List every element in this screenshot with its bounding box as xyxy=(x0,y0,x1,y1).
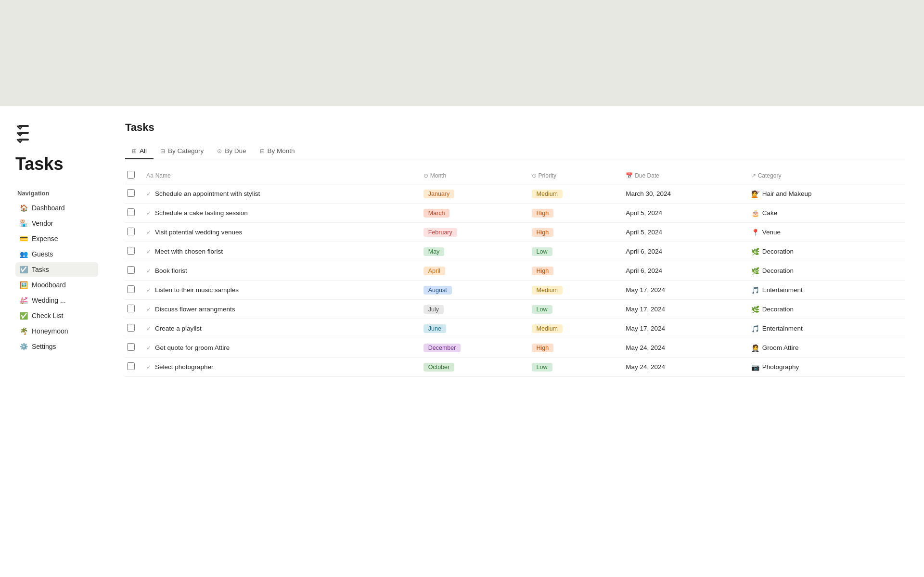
row-checkbox-cell xyxy=(125,358,141,377)
sidebar-item-vendor[interactable]: 🏪 Vendor xyxy=(15,216,98,231)
check-icon: ✓ xyxy=(146,306,151,313)
task-priority-cell: High xyxy=(526,204,620,223)
task-name-cell: ✓ Create a playlist xyxy=(141,319,418,338)
task-priority-cell: Low xyxy=(526,358,620,377)
table-row: ✓ Meet with chosen florist May Low April… xyxy=(125,242,905,261)
due-date-value: May 24, 2024 xyxy=(626,344,665,351)
due-date-value: April 6, 2024 xyxy=(626,267,662,274)
task-checkbox[interactable] xyxy=(127,208,135,216)
sidebar-item-guests[interactable]: 👥 Guests xyxy=(15,247,98,261)
check-icon: ✓ xyxy=(146,287,151,294)
task-due-date-cell: April 5, 2024 xyxy=(620,204,745,223)
tab-by-category[interactable]: ⊟ By Category xyxy=(154,143,210,159)
task-month-cell: June xyxy=(418,319,526,338)
category-icon: 📷 xyxy=(751,363,759,371)
priority-badge: Low xyxy=(532,247,552,256)
task-category-cell: 🌿 Decoration xyxy=(745,300,905,319)
sidebar-item-dashboard[interactable]: 🏠 Dashboard xyxy=(15,201,98,215)
task-checkbox[interactable] xyxy=(127,362,135,370)
task-checkbox[interactable] xyxy=(127,324,135,332)
svg-rect-0 xyxy=(18,125,29,127)
tab-all[interactable]: ⊞ All xyxy=(125,143,154,159)
month-badge: February xyxy=(424,228,457,237)
tabs-row: ⊞ All ⊟ By Category ⊙ By Due ⊟ By Month xyxy=(125,143,905,159)
priority-badge: High xyxy=(532,267,554,275)
category-icon: 🌿 xyxy=(751,248,759,256)
sidebar-item-label: Honeymoon xyxy=(32,327,68,335)
priority-badge: Low xyxy=(532,305,552,314)
table-row: ✓ Select photographer October Low May 24… xyxy=(125,358,905,377)
task-checkbox[interactable] xyxy=(127,285,135,293)
priority-badge: High xyxy=(532,228,554,237)
task-name-cell: ✓ Discuss flower arrangments xyxy=(141,300,418,319)
category-name: Photography xyxy=(762,363,799,371)
col-header-checkbox xyxy=(125,167,141,184)
tab-category-icon: ⊟ xyxy=(160,148,165,154)
task-checkbox[interactable] xyxy=(127,247,135,255)
sidebar-item-tasks[interactable]: ☑️ Tasks xyxy=(15,262,98,277)
row-checkbox-cell xyxy=(125,300,141,319)
check-icon: ✓ xyxy=(146,325,151,332)
month-badge: March xyxy=(424,209,450,218)
col-header-month: ⊙Month xyxy=(418,167,526,184)
task-name-cell: ✓ Select photographer xyxy=(141,358,418,377)
task-priority-cell: High xyxy=(526,223,620,242)
check-icon: ✓ xyxy=(146,248,151,255)
category-name: Groom Attire xyxy=(762,344,799,351)
tab-all-icon: ⊞ xyxy=(132,148,137,154)
due-date-value: March 30, 2024 xyxy=(626,190,671,197)
task-checkbox[interactable] xyxy=(127,228,135,235)
sidebar-item-checklist[interactable]: ✅ Check List xyxy=(15,308,98,323)
page-icon xyxy=(15,121,98,146)
task-priority-cell: High xyxy=(526,338,620,358)
tab-by-month[interactable]: ⊟ By Month xyxy=(253,143,302,159)
check-icon: ✓ xyxy=(146,210,151,217)
task-month-cell: October xyxy=(418,358,526,377)
sidebar-item-moodboard[interactable]: 🖼️ Moodboard xyxy=(15,278,98,292)
sidebar-item-label: Moodboard xyxy=(32,281,66,289)
category-col-icon: ↗ xyxy=(751,172,756,179)
category-name: Entertainment xyxy=(762,325,803,332)
page-container: Tasks Navigation 🏠 Dashboard 🏪 Vendor 💳 … xyxy=(0,106,924,577)
sidebar-item-wedding[interactable]: 💒 Wedding ... xyxy=(15,293,98,308)
priority-badge: Medium xyxy=(532,324,563,333)
category-icon: 🌿 xyxy=(751,267,759,275)
task-due-date-cell: May 24, 2024 xyxy=(620,358,745,377)
task-month-cell: March xyxy=(418,204,526,223)
tab-all-label: All xyxy=(140,147,147,154)
sidebar-item-settings[interactable]: ⚙️ Settings xyxy=(15,339,98,354)
svg-rect-2 xyxy=(18,139,29,141)
table-row: ✓ Visit potential wedding venues Februar… xyxy=(125,223,905,242)
tab-month-label: By Month xyxy=(268,147,295,154)
due-date-col-icon: 📅 xyxy=(626,172,633,179)
task-category-cell: 💇 Hair and Makeup xyxy=(745,184,905,204)
select-all-checkbox[interactable] xyxy=(127,171,135,179)
vendor-icon: 🏪 xyxy=(19,219,28,228)
tasks-table: AaName ⊙Month ⊙Priority 📅Due Date ↗Categ… xyxy=(125,167,905,377)
sidebar-item-expense[interactable]: 💳 Expense xyxy=(15,231,98,246)
month-badge: December xyxy=(424,344,461,352)
task-name: Schedule a cake tasting session xyxy=(155,209,248,217)
task-name: Schedule an appointment with stylist xyxy=(155,190,260,197)
sidebar-item-label: Guests xyxy=(32,250,53,258)
task-priority-cell: Medium xyxy=(526,319,620,338)
table-row: ✓ Book florist April High April 6, 2024 … xyxy=(125,261,905,281)
task-checkbox[interactable] xyxy=(127,343,135,351)
tasks-icon: ☑️ xyxy=(19,265,28,274)
tab-by-due[interactable]: ⊙ By Due xyxy=(210,143,253,159)
due-date-value: April 6, 2024 xyxy=(626,248,662,255)
sidebar-item-honeymoon[interactable]: 🌴 Honeymoon xyxy=(15,324,98,338)
category-icon: 🤵 xyxy=(751,344,759,352)
month-badge: May xyxy=(424,247,445,256)
month-badge: July xyxy=(424,305,444,314)
due-date-value: May 17, 2024 xyxy=(626,325,665,332)
task-category-cell: 🌿 Decoration xyxy=(745,242,905,261)
task-checkbox[interactable] xyxy=(127,266,135,274)
task-checkbox[interactable] xyxy=(127,189,135,197)
task-name: Select photographer xyxy=(155,363,214,371)
check-icon: ✓ xyxy=(146,268,151,274)
row-checkbox-cell xyxy=(125,281,141,300)
task-checkbox[interactable] xyxy=(127,305,135,312)
col-header-due-date: 📅Due Date xyxy=(620,167,745,184)
task-due-date-cell: May 17, 2024 xyxy=(620,300,745,319)
